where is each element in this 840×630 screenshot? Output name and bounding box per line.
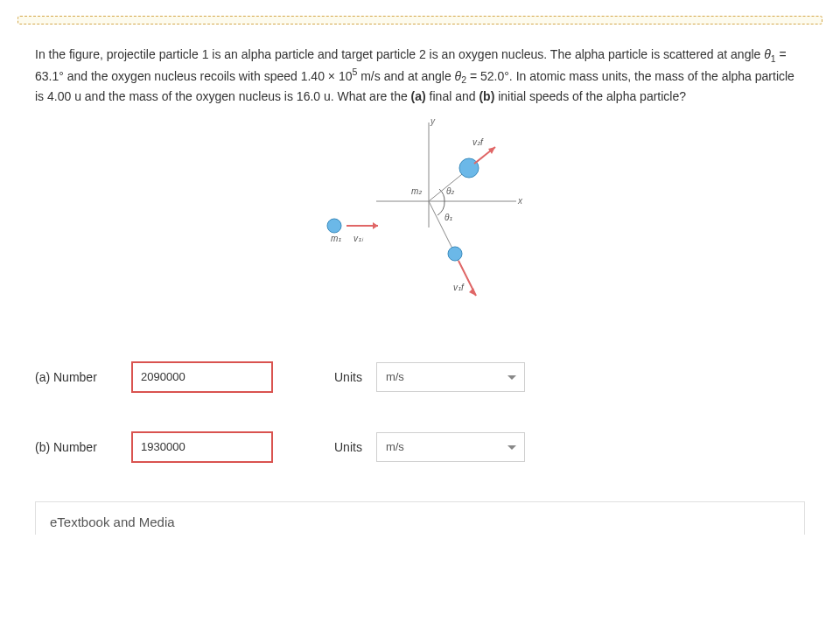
answer-row-a: (a) Number Units m/s — [35, 361, 805, 393]
svg-point-18 — [448, 247, 462, 261]
svg-marker-6 — [373, 222, 378, 229]
answer-b-number-wrap — [131, 431, 273, 463]
answer-a-units-select-wrap: m/s — [376, 362, 525, 392]
scattering-diagram-icon: y x m₁ v₁ᵢ m₂ θ₂ θ₁ v₂f v₁f — [298, 114, 542, 324]
etextbook-media-section[interactable]: eTextbook and Media — [35, 501, 805, 535]
svg-text:y: y — [430, 116, 436, 126]
problem-statement: In the figure, projectile particle 1 is … — [35, 46, 805, 105]
answer-row-b: (b) Number Units m/s — [35, 431, 805, 463]
svg-text:v₁f: v₁f — [453, 283, 465, 292]
answer-a-number-wrap — [131, 361, 273, 393]
answer-b-units-select-wrap: m/s — [376, 432, 525, 462]
svg-text:v₂f: v₂f — [472, 137, 484, 147]
answers-section: (a) Number Units m/s (b) Number Units m/… — [35, 361, 805, 463]
answer-a-label: (a) Number — [35, 370, 131, 384]
svg-marker-15 — [488, 147, 495, 154]
svg-text:θ₁: θ₁ — [444, 213, 452, 222]
answer-b-units-label: Units — [334, 440, 362, 454]
answer-b-label: (b) Number — [35, 440, 131, 454]
figure-diagram: y x m₁ v₁ᵢ m₂ θ₂ θ₁ v₂f v₁f — [0, 114, 840, 326]
answer-a-units-label: Units — [334, 370, 362, 384]
answer-a-number-input[interactable] — [132, 362, 272, 392]
svg-point-13 — [459, 158, 479, 178]
answer-b-units-select[interactable]: m/s — [376, 432, 525, 462]
svg-text:θ₂: θ₂ — [446, 186, 455, 196]
svg-text:m₁: m₁ — [331, 234, 341, 243]
answer-b-number-input[interactable] — [132, 432, 272, 462]
svg-text:m₂: m₂ — [411, 186, 423, 196]
context-header-bar — [18, 16, 822, 24]
svg-text:x: x — [517, 196, 523, 206]
answer-a-units-select[interactable]: m/s — [376, 362, 525, 392]
svg-text:v₁ᵢ: v₁ᵢ — [354, 234, 364, 243]
svg-point-4 — [327, 219, 341, 233]
